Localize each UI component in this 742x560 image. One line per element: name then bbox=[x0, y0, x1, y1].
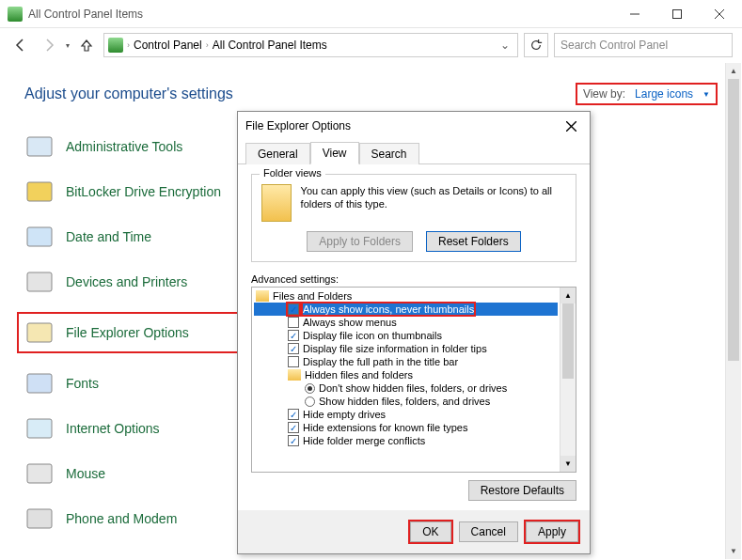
dialog-footer: OK Cancel Apply bbox=[238, 510, 590, 553]
tab-search[interactable]: Search bbox=[359, 143, 419, 164]
radio[interactable] bbox=[305, 397, 315, 407]
ok-button[interactable]: OK bbox=[410, 521, 450, 542]
checkbox[interactable]: ✓ bbox=[288, 435, 299, 446]
tab-general[interactable]: General bbox=[245, 143, 310, 164]
scroll-thumb[interactable] bbox=[728, 79, 739, 361]
checkbox[interactable]: ✓ bbox=[288, 330, 299, 341]
tree-label: Always show menus bbox=[303, 317, 397, 328]
checkbox[interactable]: ✓ bbox=[288, 303, 299, 315]
tree-node-1[interactable]: Always show menus bbox=[254, 316, 558, 329]
window-title: All Control Panel Items bbox=[28, 8, 613, 21]
forward-button[interactable] bbox=[38, 34, 60, 56]
tree-label: Hidden files and folders bbox=[305, 369, 413, 381]
folder-views-group: Folder views You can apply this view (su… bbox=[251, 174, 576, 262]
scroll-up-icon[interactable]: ▲ bbox=[726, 63, 741, 79]
bitlocker-icon bbox=[24, 177, 55, 207]
scroll-down-icon[interactable]: ▼ bbox=[560, 456, 576, 472]
tree-root[interactable]: Files and Folders bbox=[254, 289, 558, 303]
maximize-button[interactable] bbox=[655, 0, 698, 27]
devices-printers-icon bbox=[24, 267, 55, 297]
cp-item-label: Mouse bbox=[66, 466, 105, 481]
tree-node-8[interactable]: ✓Hide empty drives bbox=[254, 408, 558, 421]
tree-node-3[interactable]: ✓Display file size information in folder… bbox=[254, 342, 558, 355]
folder-icon bbox=[261, 184, 292, 222]
address-bar-row: ▾ › Control Panel › All Control Panel It… bbox=[0, 28, 742, 62]
cp-item-phone-modem[interactable]: Phone and Modem bbox=[24, 504, 243, 534]
checkbox[interactable]: ✓ bbox=[288, 343, 299, 354]
scroll-thumb[interactable] bbox=[562, 303, 574, 379]
addr-dropdown-icon[interactable]: ⌄ bbox=[497, 39, 513, 52]
svg-rect-10 bbox=[27, 419, 52, 438]
tree-label: Hide empty drives bbox=[303, 409, 386, 420]
tree-scrollbar[interactable]: ▲ ▼ bbox=[560, 288, 576, 472]
tab-view[interactable]: View bbox=[310, 142, 359, 164]
cp-item-date-time[interactable]: Date and Time bbox=[24, 222, 243, 252]
breadcrumb[interactable]: All Control Panel Items bbox=[209, 39, 331, 52]
back-button[interactable] bbox=[9, 34, 32, 56]
tree-node-5[interactable]: Hidden files and folders bbox=[254, 368, 558, 381]
cp-item-devices-printers[interactable]: Devices and Printers bbox=[24, 267, 243, 297]
svg-rect-9 bbox=[27, 374, 52, 393]
cp-item-label: File Explorer Options bbox=[66, 325, 189, 340]
tree-node-2[interactable]: ✓Display file icon on thumbnails bbox=[254, 329, 558, 342]
svg-rect-6 bbox=[27, 227, 52, 246]
view-by-selector[interactable]: View by: Large icons ▼ bbox=[576, 83, 718, 105]
cp-item-label: Administrative Tools bbox=[66, 139, 182, 154]
refresh-button[interactable] bbox=[524, 33, 548, 57]
history-dropdown[interactable]: ▾ bbox=[66, 41, 70, 50]
scroll-up-icon[interactable]: ▲ bbox=[560, 288, 576, 303]
tree-node-4[interactable]: Display the full path in the title bar bbox=[254, 355, 558, 368]
page-title: Adjust your computer's settings bbox=[24, 86, 576, 102]
up-button[interactable] bbox=[75, 34, 98, 56]
checkbox[interactable]: ✓ bbox=[288, 409, 299, 420]
cp-item-label: Phone and Modem bbox=[66, 511, 177, 526]
cp-item-bitlocker[interactable]: BitLocker Drive Encryption bbox=[24, 177, 243, 207]
scroll-down-icon[interactable]: ▼ bbox=[726, 543, 741, 559]
tree-node-6[interactable]: Don't show hidden files, folders, or dri… bbox=[254, 381, 558, 395]
cancel-button[interactable]: Cancel bbox=[459, 521, 518, 542]
apply-button[interactable]: Apply bbox=[526, 521, 578, 542]
tree-label: Show hidden files, folders, and drives bbox=[319, 396, 490, 407]
folder-views-text: You can apply this view (such as Details… bbox=[301, 184, 566, 222]
restore-defaults-button[interactable]: Restore Defaults bbox=[468, 480, 576, 501]
cp-item-label: Internet Options bbox=[66, 421, 160, 436]
search-input[interactable]: Search Control Panel bbox=[554, 33, 733, 57]
checkbox[interactable]: ✓ bbox=[288, 422, 299, 433]
page-scrollbar[interactable]: ▲ ▼ bbox=[725, 63, 741, 559]
minimize-button[interactable] bbox=[613, 0, 655, 27]
folder-icon bbox=[288, 369, 301, 381]
svg-rect-8 bbox=[27, 323, 52, 342]
cp-item-admin-tools[interactable]: Administrative Tools bbox=[24, 132, 243, 162]
svg-rect-1 bbox=[672, 9, 681, 18]
chevron-down-icon: ▼ bbox=[703, 90, 710, 99]
cp-item-fonts[interactable]: Fonts bbox=[24, 368, 243, 398]
phone-modem-icon bbox=[24, 504, 55, 534]
cp-item-file-explorer-options[interactable]: File Explorer Options bbox=[17, 312, 243, 353]
tree-label: Display file size information in folder … bbox=[303, 343, 487, 354]
tree-node-9[interactable]: ✓Hide extensions for known file types bbox=[254, 421, 558, 434]
cp-item-mouse[interactable]: Mouse bbox=[24, 459, 243, 489]
close-button[interactable] bbox=[698, 0, 740, 27]
fonts-icon bbox=[24, 368, 55, 398]
advanced-settings-tree[interactable]: Files and Folders✓Always show icons, nev… bbox=[251, 287, 576, 473]
cp-item-internet-options[interactable]: Internet Options bbox=[24, 413, 243, 443]
cp-item-label: Date and Time bbox=[66, 229, 151, 244]
breadcrumb[interactable]: Control Panel bbox=[130, 39, 206, 52]
checkbox[interactable] bbox=[288, 317, 299, 328]
address-folder-icon bbox=[108, 38, 123, 53]
svg-rect-11 bbox=[27, 464, 52, 483]
tree-label: Files and Folders bbox=[273, 290, 352, 302]
checkbox[interactable] bbox=[288, 356, 299, 367]
dialog-title: File Explorer Options bbox=[245, 119, 560, 132]
address-bar[interactable]: › Control Panel › All Control Panel Item… bbox=[103, 33, 518, 57]
tree-node-0[interactable]: ✓Always show icons, never thumbnails bbox=[254, 303, 558, 316]
window-titlebar: All Control Panel Items bbox=[0, 0, 742, 28]
tree-node-10[interactable]: ✓Hide folder merge conflicts bbox=[254, 434, 558, 447]
apply-to-folders-button[interactable]: Apply to Folders bbox=[307, 231, 413, 252]
radio[interactable] bbox=[305, 383, 315, 394]
tree-node-7[interactable]: Show hidden files, folders, and drives bbox=[254, 395, 558, 408]
svg-rect-7 bbox=[27, 272, 52, 291]
reset-folders-button[interactable]: Reset Folders bbox=[426, 231, 521, 252]
file-explorer-options-icon bbox=[24, 318, 55, 348]
dialog-close-button[interactable] bbox=[560, 115, 582, 137]
